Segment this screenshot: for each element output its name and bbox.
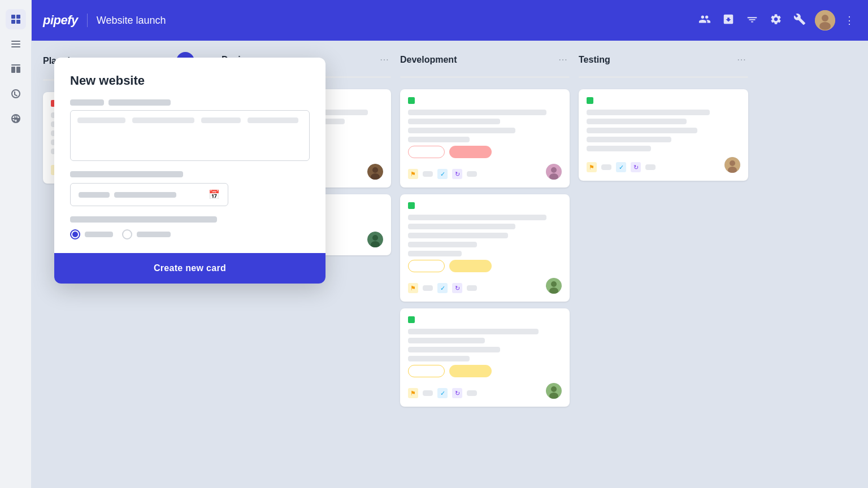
svg-point-12 — [819, 22, 831, 30]
logo: pipefy — [43, 13, 78, 28]
modal-footer: Create new card — [54, 253, 326, 284]
icon-skel — [423, 171, 433, 177]
badge-outline-pink — [408, 146, 445, 158]
card-skel — [408, 137, 470, 142]
column-testing-menu-icon[interactable]: ⋯ — [735, 52, 748, 67]
svg-point-29 — [551, 386, 557, 392]
table-row: ⚑ ✓ ↻ — [579, 89, 748, 181]
icon-skel — [467, 285, 477, 291]
date-skel — [79, 192, 110, 198]
card-icons: ⚑ ✓ ↻ — [408, 283, 477, 293]
check-icon: ✓ — [437, 169, 448, 179]
wrench-icon[interactable] — [791, 11, 808, 30]
check-icon: ✓ — [437, 283, 448, 293]
card-skel — [408, 110, 546, 115]
card-tags — [587, 97, 740, 104]
avatar — [546, 383, 562, 399]
sidebar-item-list[interactable] — [6, 34, 26, 54]
card-skel — [408, 119, 500, 124]
settings-icon[interactable] — [767, 11, 784, 30]
card-skel — [587, 146, 651, 151]
avatar — [367, 232, 383, 247]
card-icons: ⚑ ✓ ↻ — [408, 388, 477, 398]
create-new-card-button[interactable]: Create new card — [154, 263, 226, 273]
field-label-skel — [108, 99, 171, 106]
card-skel — [408, 347, 500, 352]
icon-skel — [467, 390, 477, 396]
card-skel — [408, 251, 462, 256]
svg-point-17 — [372, 167, 378, 173]
svg-rect-6 — [11, 46, 20, 47]
people-icon[interactable] — [696, 11, 713, 30]
badge-orange — [449, 260, 492, 272]
header-divider — [87, 14, 88, 27]
board: Planning + ⋯ ⚑ ✓ ↻ — [32, 41, 868, 488]
svg-rect-3 — [16, 20, 20, 24]
card-skel — [408, 242, 477, 247]
filter-icon[interactable] — [744, 11, 761, 30]
avatar — [546, 278, 562, 294]
avatar — [546, 164, 562, 180]
card-icons: ⚑ ✓ ↻ — [587, 162, 656, 172]
badge-orange — [449, 365, 492, 377]
card-skel — [408, 356, 470, 361]
card-skel — [587, 137, 671, 142]
card-skel — [408, 224, 515, 229]
svg-rect-1 — [16, 15, 20, 19]
card-skel — [408, 215, 546, 220]
icon-skel — [645, 164, 656, 170]
card-description-textarea[interactable] — [70, 110, 310, 161]
table-row: ⚑ ✓ ↻ — [400, 308, 570, 407]
radio-option-1[interactable] — [70, 229, 113, 239]
sidebar-item-table[interactable] — [6, 59, 26, 79]
more-icon[interactable]: ⋮ — [842, 12, 857, 29]
date-input[interactable]: 📅 — [70, 183, 228, 206]
badge-pink — [449, 146, 492, 158]
column-testing-title: Testing — [579, 55, 730, 65]
date-skel — [114, 192, 176, 198]
radio-group — [70, 229, 310, 239]
column-testing-line — [579, 76, 748, 78]
svg-point-23 — [551, 167, 557, 173]
page-title: Website launch — [97, 15, 696, 27]
sidebar-item-automation[interactable] — [6, 84, 26, 104]
refresh-icon: ↻ — [631, 162, 641, 172]
icon-skel — [467, 171, 477, 177]
svg-rect-4 — [11, 41, 20, 42]
radio-option-2[interactable] — [122, 229, 171, 239]
column-design-menu-icon[interactable]: ⋯ — [377, 52, 391, 67]
column-development-title: Development — [400, 55, 552, 65]
radio-btn-empty[interactable] — [122, 229, 132, 239]
tag-green — [408, 316, 415, 323]
calendar-icon[interactable]: 📅 — [209, 189, 220, 200]
svg-rect-0 — [11, 15, 15, 19]
column-development-menu-icon[interactable]: ⋯ — [556, 52, 570, 67]
column-development-line — [400, 76, 570, 78]
field2-label — [70, 171, 183, 177]
avatar[interactable] — [815, 10, 835, 30]
radio-label — [85, 232, 113, 237]
header-actions: ⋮ — [696, 10, 857, 30]
card-tags — [408, 316, 562, 323]
sidebar-item-globe[interactable] — [6, 108, 26, 129]
avatar — [724, 157, 740, 173]
svg-rect-5 — [11, 43, 20, 45]
flag-icon: ⚑ — [408, 169, 418, 179]
create-card-modal: New website — [54, 58, 326, 284]
badge-outline-orange — [408, 365, 445, 377]
radio-btn-selected[interactable] — [70, 229, 80, 239]
svg-rect-7 — [11, 64, 20, 66]
table-row: ⚑ ✓ ↻ — [400, 89, 570, 188]
date-value — [79, 192, 176, 198]
svg-point-11 — [822, 15, 828, 21]
radio-label — [137, 232, 171, 237]
sidebar-item-dashboard[interactable] — [6, 9, 26, 29]
check-icon: ✓ — [616, 162, 626, 172]
card-skel — [587, 128, 697, 133]
column-development-header: Development ⋯ — [400, 52, 570, 67]
avatar — [367, 164, 383, 180]
export-icon[interactable] — [720, 11, 737, 30]
flag-icon: ⚑ — [408, 388, 418, 398]
card-skel — [408, 338, 485, 343]
svg-rect-2 — [11, 20, 15, 24]
